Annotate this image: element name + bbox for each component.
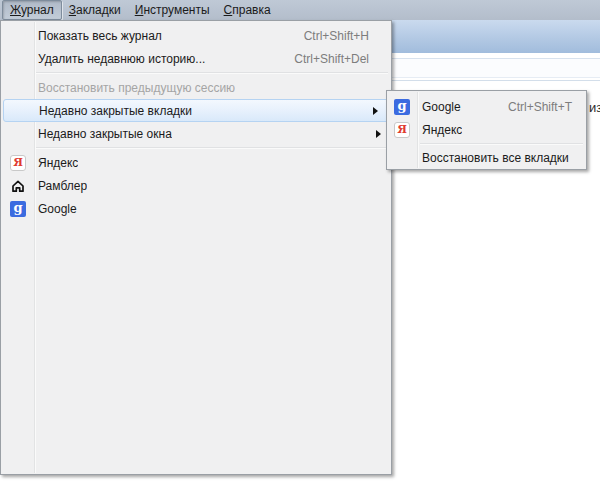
menu-item-history-yandex[interactable]: Я Яндекс — [1, 151, 391, 174]
menu-item-label: Удалить недавнюю историю... — [38, 52, 205, 66]
accel-underline: С — [224, 3, 233, 17]
menu-item-label: Рамблер — [38, 179, 87, 193]
submenu-item-restore-all-tabs[interactable]: Восстановить все вкладки — [387, 147, 586, 169]
menu-separator — [36, 72, 388, 74]
menubar-item-bookmarks[interactable]: Закладки — [62, 0, 128, 20]
yandex-favicon-icon: Я — [394, 122, 410, 138]
submenu-arrow-icon — [373, 107, 378, 115]
menu-item-label: Яндекс — [422, 123, 462, 137]
menu-item-restore-previous-session: Восстановить предыдущую сессию — [1, 76, 391, 99]
menubar-item-help[interactable]: Справка — [217, 0, 278, 20]
menu-item-label: Google — [38, 202, 77, 216]
browser-window: из Журнал Закладки Инструменты Справка П… — [0, 0, 600, 486]
menu-item-shortcut: Ctrl+Shift+T — [490, 100, 572, 114]
menu-item-label: Восстановить предыдущую сессию — [38, 81, 235, 95]
page-text-fragment: из — [589, 100, 600, 115]
google-favicon-icon: g — [394, 99, 410, 115]
recently-closed-tabs-submenu: g Google Ctrl+Shift+T Я Яндекс Восстанов… — [386, 90, 587, 170]
menu-item-label: Показать весь журнал — [38, 29, 162, 43]
menu-item-recently-closed-windows[interactable]: Недавно закрытые окна — [1, 122, 391, 145]
accel-underline: З — [69, 3, 76, 17]
menubar-item-tools[interactable]: Инструменты — [128, 0, 217, 20]
menubar-item-journal[interactable]: Журнал — [2, 0, 62, 20]
google-favicon-icon: g — [10, 201, 26, 217]
menubar-item-label: Инструменты — [135, 3, 210, 17]
menu-item-label: Недавно закрытые окна — [38, 127, 172, 141]
menu-bar: Журнал Закладки Инструменты Справка — [0, 0, 600, 20]
yandex-favicon-icon: Я — [10, 155, 26, 171]
menu-item-label: Недавно закрытые вкладки — [39, 104, 192, 118]
menubar-item-label: Закладки — [69, 3, 121, 17]
accel-underline: Ж — [10, 3, 21, 17]
home-favicon-icon — [10, 178, 26, 194]
menu-item-history-rambler[interactable]: Рамблер — [1, 174, 391, 197]
submenu-item-yandex[interactable]: Я Яндекс — [387, 118, 586, 141]
menubar-item-label: Журнал — [10, 3, 54, 17]
menu-item-label: Восстановить все вкладки — [422, 151, 569, 165]
submenu-item-google[interactable]: g Google Ctrl+Shift+T — [387, 95, 586, 118]
menubar-item-label: Справка — [224, 3, 271, 17]
menu-item-shortcut: Ctrl+Shift+Del — [276, 52, 369, 66]
menu-item-shortcut: Ctrl+Shift+H — [286, 29, 369, 43]
menu-item-recently-closed-tabs[interactable]: Недавно закрытые вкладки — [3, 99, 389, 122]
menu-item-history-google[interactable]: g Google — [1, 197, 391, 220]
menu-item-show-all-history[interactable]: Показать весь журнал Ctrl+Shift+H — [1, 24, 391, 47]
history-menu-dropdown: Показать весь журнал Ctrl+Shift+H Удалит… — [0, 20, 392, 475]
menu-separator — [36, 147, 388, 149]
menu-separator — [420, 143, 583, 145]
menu-item-clear-recent-history[interactable]: Удалить недавнюю историю... Ctrl+Shift+D… — [1, 47, 391, 70]
submenu-arrow-icon — [376, 130, 381, 138]
menu-item-label: Google — [422, 100, 461, 114]
menu-item-label: Яндекс — [38, 156, 78, 170]
